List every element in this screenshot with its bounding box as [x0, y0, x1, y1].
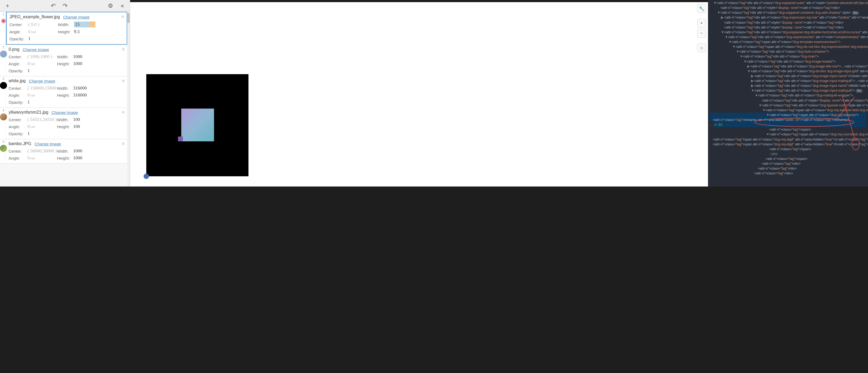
- devtools-line[interactable]: <attr-n">class="tag">/div>: [710, 166, 866, 171]
- devtools-line[interactable]: <attr-n">class="tag">/span>: [710, 147, 866, 151]
- image-filename: JPEG_example_flower.jpg: [9, 14, 60, 19]
- devtools-line[interactable]: ▼<attr-n">class="tag">div attr-n">class=…: [710, 49, 866, 54]
- devtools-line[interactable]: ▼<attr-n">class="tag">span attr-n">class…: [710, 132, 866, 137]
- center-value[interactable]: ( 54551,54550 ): [27, 117, 57, 122]
- devtools-line[interactable]: ▶<attr-n">class="tag">div attr-n">class=…: [710, 15, 866, 20]
- graph-canvas[interactable]: 🔧 + − ⌂: [130, 2, 708, 186]
- expression-row[interactable]: 3 × white.jpg Change Image Center: ( 158…: [0, 76, 127, 108]
- change-image-link[interactable]: Change Image: [34, 142, 61, 146]
- devtools-line[interactable]: ▼<attr-n">class="tag">span attr-n">class…: [710, 108, 866, 112]
- zoom-in-button[interactable]: +: [697, 19, 706, 27]
- devtools-line[interactable]: ▼<attr-n">class="tag">div attr-n">class=…: [710, 30, 866, 35]
- change-image-link[interactable]: Change Image: [29, 79, 55, 83]
- width-label: Width:: [57, 117, 73, 122]
- close-icon[interactable]: ×: [122, 140, 125, 147]
- devtools-line[interactable]: ▼<attr-n">class="tag">div attr-n">class=…: [710, 88, 866, 93]
- devtools-line[interactable]: ▼<attr-n">class="tag">div attr-n">class=…: [710, 103, 866, 108]
- height-value[interactable]: 100: [73, 124, 95, 129]
- height-value[interactable]: 1000: [73, 61, 95, 66]
- width-label: Width:: [57, 55, 73, 59]
- angle-value[interactable]: 0rad: [28, 29, 58, 34]
- plot-background: [146, 74, 248, 176]
- expression-row[interactable]: 2 × 0.png Change Image Center: ( 1000,10…: [0, 45, 127, 76]
- expression-row[interactable]: 4 × y6wwvynfsmm21.jpg Change Image Cente…: [0, 108, 127, 139]
- height-value[interactable]: 9.5: [74, 29, 95, 34]
- devtools-line[interactable]: ▼<attr-n">class="tag">span attr-n">class…: [710, 44, 866, 49]
- opacity-label: Opacity:: [9, 69, 27, 73]
- change-image-link[interactable]: Change Image: [23, 47, 49, 52]
- row-index: 4: [0, 108, 6, 139]
- change-image-link[interactable]: Change Image: [63, 15, 90, 19]
- opacity-value[interactable]: 1: [28, 36, 58, 41]
- plot-image-small[interactable]: [178, 137, 183, 141]
- devtools-line[interactable]: <attr-n">class="tag">span attr-n">class=…: [710, 137, 866, 142]
- zoom-out-button[interactable]: −: [697, 29, 706, 38]
- devtools-line[interactable]: ▼<attr-n">class="tag">div attr-n">class=…: [710, 35, 866, 39]
- devtools-line[interactable]: <attr-n">class="tag">/div>: [710, 171, 866, 176]
- close-icon[interactable]: ×: [122, 46, 125, 53]
- devtools-line[interactable]: <attr-n">class="tag">span attr-n">class=…: [710, 142, 866, 147]
- devtools-line[interactable]: <attr-n">class="tag">div attr-n">style="…: [710, 20, 866, 25]
- devtools-line[interactable]: ▶<attr-n">class="tag">div attr-n">class=…: [710, 83, 866, 88]
- devtools-line[interactable]: ▼<attr-n">class="tag">span attr-n">class…: [710, 112, 866, 117]
- devtools-line[interactable]: ▼<attr-n">class="tag">div attr-n">class=…: [710, 93, 866, 98]
- add-button[interactable]: +: [3, 1, 12, 11]
- devtools-elements-panel[interactable]: … ▼<attr-n">class="tag">div attr-n">clas…: [708, 0, 868, 186]
- expression-row[interactable]: 5 × bambo.JPG Change Image Center: ( 560…: [0, 139, 127, 164]
- width-value[interactable]: 1000: [73, 54, 95, 59]
- close-icon[interactable]: ×: [121, 13, 124, 21]
- devtools-line[interactable]: <attr-n">class="tag">/span>: [710, 157, 866, 161]
- row-index: 5: [0, 139, 6, 163]
- height-value[interactable]: 1000: [73, 155, 95, 161]
- devtools-line[interactable]: ▼<attr-n">class="tag">span attr-n">class…: [710, 39, 866, 44]
- width-value[interactable]: 1000: [73, 148, 95, 154]
- center-value[interactable]: ( 56000,56000 ): [27, 148, 57, 154]
- center-value[interactable]: ( 158000,15800: [27, 86, 57, 91]
- devtools-line[interactable]: <attr-n">class="tag">div attr-n">style="…: [710, 5, 866, 10]
- devtools-line[interactable]: ▼<attr-n">class="tag">div attr-n">class=…: [710, 59, 866, 64]
- width-value[interactable]: 316000: [73, 86, 95, 91]
- devtools-line[interactable]: <attr-n">class="tag">div attr-n">style="…: [710, 98, 866, 103]
- devtools-line[interactable]: <attr-n">class="tag">textarea attr-n">ar…: [710, 117, 866, 122]
- devtools-line[interactable]: ▼<attr-n">class="tag">div attr-n">class=…: [710, 69, 866, 74]
- devtools-line[interactable]: ▼<attr-n">class="tag">div attr-n">class=…: [710, 10, 866, 15]
- devtools-line[interactable]: <attr-n">class="tag">div attr-n">style="…: [710, 25, 866, 30]
- wrench-button[interactable]: 🔧: [697, 4, 706, 13]
- height-value[interactable]: 316000: [73, 93, 95, 98]
- width-input[interactable]: 15: [74, 22, 95, 27]
- expression-list[interactable]: 1 × JPEG_example_flower.jpg Change Image…: [0, 12, 127, 186]
- opacity-value[interactable]: 1: [27, 68, 57, 73]
- scrollbar[interactable]: [127, 12, 130, 186]
- devtools-line[interactable]: ::after: [710, 151, 866, 157]
- expression-row[interactable]: 1 × JPEG_example_flower.jpg Change Image…: [0, 12, 127, 45]
- angle-label: Angle:: [9, 156, 27, 161]
- devtools-line[interactable]: ▶<attr-n">class="tag">div attr-n">class=…: [710, 64, 866, 69]
- devtools-line[interactable]: ▶<attr-n">class="tag">div attr-n">class=…: [710, 78, 866, 83]
- change-image-link[interactable]: Change Image: [52, 110, 78, 115]
- center-value[interactable]: ( 0,0 ): [28, 22, 58, 27]
- devtools-line[interactable]: ▶<attr-n">class="tag">div attr-n">class=…: [710, 74, 866, 78]
- angle-value[interactable]: 0rad: [27, 124, 57, 129]
- devtools-line[interactable]: <attr-n">class="tag">/span>: [710, 127, 866, 132]
- redo-button[interactable]: ↷: [60, 1, 70, 11]
- devtools-line[interactable]: ▼<attr-n">class="tag">div attr-n">class=…: [710, 54, 866, 59]
- settings-button[interactable]: ⚙: [106, 1, 115, 11]
- width-value[interactable]: 100: [73, 117, 95, 122]
- opacity-value[interactable]: 1: [27, 131, 57, 136]
- angle-value[interactable]: 0rad: [27, 61, 57, 66]
- devtools-line[interactable]: ▼<attr-n">class="tag">div attr-n">class=…: [710, 1, 866, 5]
- origin-point[interactable]: [144, 174, 149, 179]
- center-value[interactable]: ( 1000,1000 ): [27, 54, 57, 59]
- home-button[interactable]: ⌂: [697, 43, 706, 52]
- scrollbar-thumb[interactable]: [127, 13, 130, 23]
- collapse-button[interactable]: «: [118, 1, 127, 11]
- devtools-line[interactable]: == $0: [710, 122, 866, 127]
- devtools-line[interactable]: <attr-n">class="tag">/div>: [710, 161, 866, 166]
- undo-button[interactable]: ↶: [49, 1, 58, 11]
- close-icon[interactable]: ×: [122, 109, 125, 116]
- plot-image-0png[interactable]: [181, 109, 214, 141]
- angle-value[interactable]: 0rad: [27, 93, 57, 98]
- opacity-value[interactable]: 1: [27, 99, 57, 105]
- close-icon[interactable]: ×: [122, 77, 125, 84]
- angle-value[interactable]: 0rad: [27, 155, 57, 161]
